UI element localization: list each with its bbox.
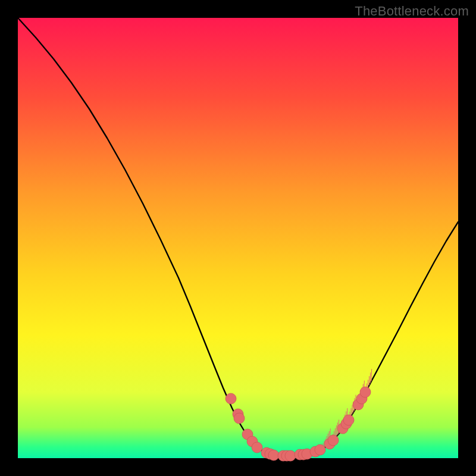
- bottleneck-chart: [0, 0, 476, 476]
- svg-point-70: [343, 415, 354, 425]
- svg-rect-0: [18, 18, 458, 458]
- chart-frame: TheBottleneck.com: [0, 0, 476, 476]
- svg-point-65: [315, 444, 325, 455]
- svg-point-73: [360, 387, 371, 397]
- svg-point-60: [285, 450, 296, 461]
- svg-point-51: [234, 413, 245, 424]
- svg-point-67: [328, 435, 339, 446]
- svg-point-54: [252, 442, 262, 453]
- svg-point-49: [226, 393, 236, 404]
- svg-point-57: [268, 450, 279, 461]
- svg-line-48: [371, 369, 372, 381]
